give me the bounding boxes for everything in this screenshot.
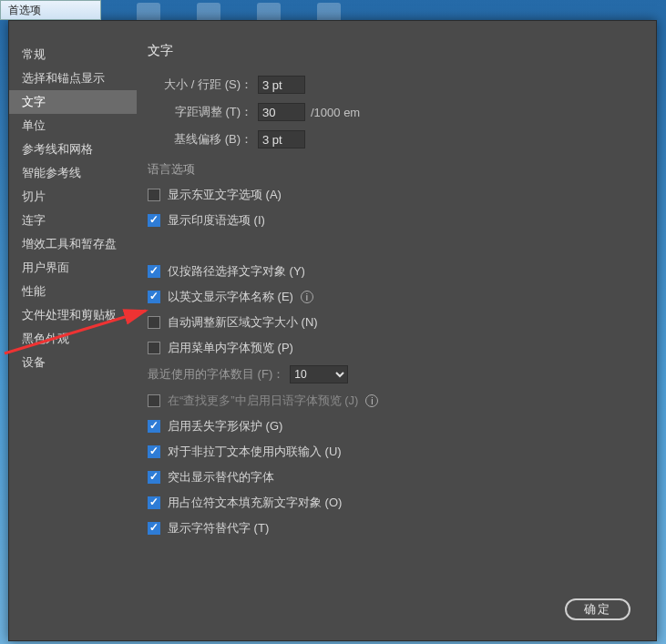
missing-glyph-option[interactable]: 启用丢失字形保护 (G) <box>148 418 638 434</box>
english-names-option[interactable]: 以英文显示字体名称 (E) i <box>148 289 638 305</box>
panel-title: 文字 <box>148 43 638 59</box>
sidebar-item[interactable]: 连字 <box>9 209 137 232</box>
east-asian-label: 显示东亚文字选项 (A) <box>168 187 282 203</box>
show-alt-glyph-label: 显示字符替代字 (T) <box>168 520 269 537</box>
menu-preview-option[interactable]: 启用菜单内字体预览 (P) <box>148 340 638 356</box>
baseline-input[interactable] <box>258 130 305 148</box>
east-asian-option[interactable]: 显示东亚文字选项 (A) <box>148 187 638 203</box>
sidebar: 常规选择和锚点显示文字单位参考线和网格智能参考线切片连字增效工具和暂存盘用户界面… <box>9 21 137 640</box>
sidebar-item[interactable]: 用户界面 <box>9 256 137 280</box>
auto-resize-option[interactable]: 自动调整新区域文字大小 (N) <box>148 314 638 331</box>
size-leading-input[interactable] <box>258 76 305 94</box>
indic-label: 显示印度语选项 (I) <box>168 212 265 229</box>
tracking-unit: /1000 em <box>311 106 360 119</box>
path-only-label: 仅按路径选择文字对象 (Y) <box>168 263 305 280</box>
jp-preview-label: 在“查找更多”中启用日语字体预览 (J) <box>168 393 358 409</box>
content-panel: 文字 大小 / 行距 (S)： 字距调整 (T)： /1000 em 基线偏移 … <box>137 21 656 640</box>
indic-checkbox[interactable] <box>148 214 160 227</box>
recent-fonts-label: 最近使用的字体数目 (F)： <box>148 366 284 383</box>
sidebar-item[interactable]: 选择和锚点显示 <box>9 66 137 90</box>
sidebar-item[interactable]: 文字 <box>9 90 137 114</box>
path-only-option[interactable]: 仅按路径选择文字对象 (Y) <box>148 263 638 280</box>
highlight-alt-label: 突出显示替代的字体 <box>168 469 274 486</box>
sidebar-item[interactable]: 常规 <box>9 43 137 66</box>
sidebar-item[interactable]: 文件处理和剪贴板 <box>9 303 137 327</box>
baseline-label: 基线偏移 (B)： <box>148 131 252 148</box>
tracking-label: 字距调整 (T)： <box>148 104 252 120</box>
sidebar-item[interactable]: 切片 <box>9 185 137 209</box>
inline-input-label: 对于非拉丁文本使用内联输入 (U) <box>168 444 342 460</box>
tracking-row: 字距调整 (T)： /1000 em <box>148 103 638 121</box>
english-names-label: 以英文显示字体名称 (E) <box>168 289 293 305</box>
path-only-checkbox[interactable] <box>148 265 160 278</box>
window-title: 首选项 <box>8 4 41 16</box>
size-leading-label: 大小 / 行距 (S)： <box>148 77 252 93</box>
placeholder-fill-label: 用占位符文本填充新文字对象 (O) <box>168 495 342 511</box>
info-icon[interactable]: i <box>301 291 313 303</box>
missing-glyph-checkbox[interactable] <box>148 420 160 433</box>
missing-glyph-label: 启用丢失字形保护 (G) <box>168 418 282 434</box>
sidebar-item[interactable]: 参考线和网格 <box>9 138 137 161</box>
window-titlebar: 首选项 <box>0 0 101 20</box>
baseline-row: 基线偏移 (B)： <box>148 130 638 148</box>
sidebar-item[interactable]: 设备 <box>9 351 137 374</box>
highlight-alt-option[interactable]: 突出显示替代的字体 <box>148 469 638 486</box>
highlight-alt-checkbox[interactable] <box>148 471 160 484</box>
placeholder-fill-checkbox[interactable] <box>148 496 160 509</box>
inline-input-checkbox[interactable] <box>148 445 160 458</box>
auto-resize-checkbox[interactable] <box>148 316 160 329</box>
english-names-checkbox[interactable] <box>148 291 160 303</box>
ok-button[interactable]: 确定 <box>565 598 630 620</box>
menu-preview-label: 启用菜单内字体预览 (P) <box>168 340 293 356</box>
sidebar-item[interactable]: 增效工具和暂存盘 <box>9 232 137 256</box>
menu-preview-checkbox[interactable] <box>148 342 160 354</box>
sidebar-item[interactable]: 智能参考线 <box>9 161 137 185</box>
recent-fonts-select[interactable]: 10 <box>290 365 348 383</box>
size-leading-row: 大小 / 行距 (S)： <box>148 76 638 94</box>
east-asian-checkbox[interactable] <box>148 189 160 201</box>
auto-resize-label: 自动调整新区域文字大小 (N) <box>168 314 318 331</box>
inline-input-option[interactable]: 对于非拉丁文本使用内联输入 (U) <box>148 444 638 460</box>
indic-option[interactable]: 显示印度语选项 (I) <box>148 212 638 229</box>
sidebar-item[interactable]: 性能 <box>9 280 137 303</box>
sidebar-item[interactable]: 黑色外观 <box>9 327 137 351</box>
jp-preview-checkbox <box>148 394 160 407</box>
sidebar-item[interactable]: 单位 <box>9 114 137 138</box>
show-alt-glyph-checkbox[interactable] <box>148 522 160 535</box>
jp-preview-option: 在“查找更多”中启用日语字体预览 (J) i <box>148 393 638 409</box>
tracking-input[interactable] <box>258 103 305 121</box>
placeholder-fill-option[interactable]: 用占位符文本填充新文字对象 (O) <box>148 495 638 511</box>
preferences-dialog: 常规选择和锚点显示文字单位参考线和网格智能参考线切片连字增效工具和暂存盘用户界面… <box>8 20 657 641</box>
info-icon[interactable]: i <box>365 394 378 407</box>
recent-fonts-row: 最近使用的字体数目 (F)： 10 <box>148 365 638 383</box>
language-group-title: 语言选项 <box>148 161 638 178</box>
show-alt-glyph-option[interactable]: 显示字符替代字 (T) <box>148 520 638 537</box>
